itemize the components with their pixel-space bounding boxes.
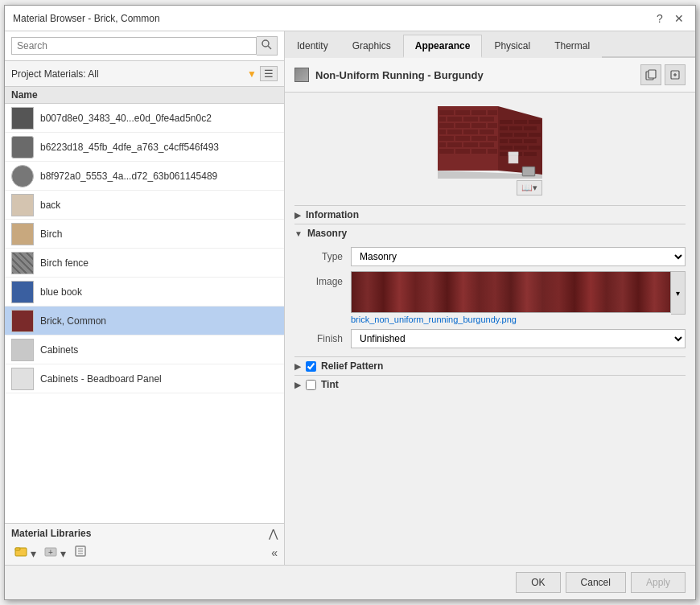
image-filename[interactable]: brick_non_uniform_running_burgundy.png [351,315,686,324]
relief-pattern-section-header[interactable]: ▶ Relief Pattern [294,356,686,375]
masonry-arrow: ▼ [294,229,303,238]
svg-rect-47 [529,120,541,124]
svg-rect-30 [463,130,478,134]
masonry-section-body: Type Masonry Image [294,242,686,356]
collapse-libraries-button[interactable]: ⋀ [269,527,278,540]
svg-rect-28 [439,130,446,134]
svg-rect-18 [471,110,486,115]
cancel-button[interactable]: Cancel [566,572,626,593]
relief-pattern-checkbox[interactable] [306,361,316,372]
dialog-title: Material Browser - Brick, Common [13,13,160,24]
manage-icon [74,545,87,558]
material-label: b007d8e0_3483_40...e0d_0fe4ad5n0c2 [40,113,212,124]
tab-graphics[interactable]: Graphics [340,35,403,58]
svg-rect-67 [523,167,534,175]
information-arrow: ▶ [294,211,301,220]
search-input[interactable] [11,37,257,55]
tint-checkbox[interactable] [306,380,316,390]
manage-libraries-button[interactable] [71,543,90,562]
search-bar [5,31,284,61]
masonry-section-header[interactable]: ▼ Masonry [294,224,686,242]
svg-rect-51 [500,133,513,137]
image-dropdown-button[interactable]: ▾ [671,271,686,315]
material-browser-dialog: Material Browser - Brick, Common ? ✕ P [4,5,696,600]
svg-rect-58 [514,146,527,150]
list-item[interactable]: Birch [5,220,284,249]
svg-rect-50 [524,126,537,130]
apply-button[interactable]: Apply [631,572,686,593]
tabs-bar: Identity Graphics Appearance Physical Th… [285,31,695,58]
svg-rect-3 [15,548,20,550]
svg-line-1 [268,46,271,49]
list-item[interactable]: b8f972a0_5553_4a...d72_63b061145489 [5,162,284,191]
scene-settings-button[interactable]: 📖▾ [517,180,542,195]
list-item[interactable]: Cabinets [5,335,284,364]
svg-rect-55 [509,139,522,143]
material-label: b6223d18_45fb_4dfe_a763_c4cff546f493 [40,142,219,153]
brick-image-thumbnail[interactable] [351,271,671,313]
svg-rect-57 [500,146,513,150]
collapse-right-button[interactable]: « [271,546,278,559]
dialog-body: Project Materials: All ▼ ☰ Name b007d8e0… [5,31,695,565]
tab-identity[interactable]: Identity [285,35,340,58]
svg-rect-54 [500,139,508,143]
list-item[interactable]: b6223d18_45fb_4dfe_a763_c4cff546f493 [5,133,284,162]
help-button[interactable]: ? [652,10,668,27]
duplicate-material-button[interactable] [640,64,661,85]
type-select[interactable]: Masonry [351,247,686,266]
tab-appearance[interactable]: Appearance [403,35,483,58]
list-item[interactable]: back [5,191,284,220]
svg-rect-35 [488,136,497,141]
finish-value: Unfinished [351,329,686,348]
material-name: Non-Uniform Running - Burgundy [315,69,634,81]
search-button[interactable] [257,36,278,56]
material-thumb [11,252,34,274]
svg-rect-38 [463,142,478,147]
tint-section-header[interactable]: ▶ Tint [294,375,686,393]
information-section-header[interactable]: ▶ Information [294,205,686,224]
ok-button[interactable]: OK [516,572,560,593]
list-item[interactable]: Brick, Common [5,307,284,335]
list-item[interactable]: blue book [5,278,284,307]
finish-select[interactable]: Unfinished [351,329,686,348]
material-thumb [11,107,34,130]
open-library-button[interactable]: ▾ [11,543,39,562]
list-item[interactable]: Cabinets - Beadboard Panel [5,364,284,393]
svg-rect-16 [439,110,454,115]
svg-rect-46 [514,120,527,124]
svg-rect-37 [447,142,462,147]
relief-arrow: ▶ [294,362,301,371]
preview-area: 📖▾ [285,93,695,205]
svg-rect-45 [500,120,513,124]
search-icon [261,39,272,50]
copy-material-button[interactable] [665,64,686,85]
material-header: Non-Uniform Running - Burgundy [285,58,695,93]
material-thumb [11,194,34,216]
svg-point-0 [262,40,269,47]
add-to-library-button[interactable]: + ▾ [41,543,69,562]
image-thumb-area: ▾ brick_non_uniform_running_burgundy.png [351,271,686,324]
list-view-button[interactable]: ☰ [260,66,278,81]
tab-physical[interactable]: Physical [482,35,542,58]
svg-rect-42 [471,149,486,154]
list-item[interactable]: Birch fence [5,249,284,278]
information-label: Information [306,209,359,220]
material-libraries-label: Material Libraries [11,528,91,539]
list-item[interactable]: b007d8e0_3483_40...e0d_0fe4ad5n0c2 [5,104,284,133]
material-thumb [11,223,34,245]
svg-rect-19 [488,110,497,115]
svg-rect-24 [439,123,454,128]
svg-rect-60 [500,152,508,156]
svg-rect-21 [447,117,462,121]
svg-rect-59 [529,146,541,150]
tab-thermal[interactable]: Thermal [542,35,602,58]
material-list: Name b007d8e0_3483_40...e0d_0fe4ad5n0c2 … [5,87,284,523]
list-header: Name [5,87,284,104]
svg-rect-20 [439,117,446,121]
close-button[interactable]: ✕ [671,10,687,27]
svg-rect-48 [500,126,508,130]
svg-rect-29 [447,130,462,134]
material-thumb [11,310,34,332]
filter-icon[interactable]: ▼ [247,68,257,80]
copy-icon [669,69,681,80]
